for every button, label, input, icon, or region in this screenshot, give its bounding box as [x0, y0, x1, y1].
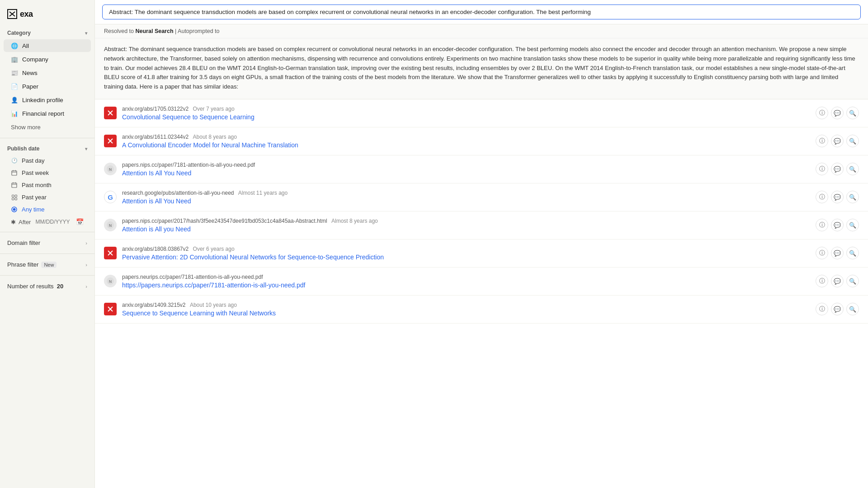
domain-filter-chevron: ›: [85, 240, 87, 246]
result-title[interactable]: A Convolutional Encoder Model for Neural…: [122, 141, 810, 149]
nav-linkedin[interactable]: 👤 Linkedin profile: [4, 94, 91, 106]
results-list: arxiv.org/abs/1705.03122v2 Over 7 years …: [95, 99, 868, 324]
svg-text:N: N: [109, 167, 112, 172]
asterisk-icon: ✱: [11, 219, 16, 225]
result-meta: arxiv.org/abs/1409.3215v2 About 10 years…: [122, 302, 810, 308]
publish-date-header[interactable]: Publish date ▾: [0, 142, 94, 155]
search-button[interactable]: 🔍: [846, 163, 859, 175]
result-item[interactable]: arxiv.org/abs/1808.03867v2 Over 6 years …: [95, 239, 868, 267]
comment-button[interactable]: 💬: [831, 163, 844, 175]
result-title[interactable]: Pervasive Attention: 2D Convolutional Ne…: [122, 253, 810, 261]
result-item[interactable]: arxiv.org/abs/1705.03122v2 Over 7 years …: [95, 99, 868, 127]
num-results-row[interactable]: Number of results 20 ›: [0, 279, 94, 293]
category-section-header[interactable]: Category ▾: [0, 26, 94, 39]
comment-button[interactable]: 💬: [831, 107, 844, 119]
result-item[interactable]: arxiv.org/abs/1409.3215v2 About 10 years…: [95, 296, 868, 324]
result-item[interactable]: N papers.neurips.cc/paper/7181-attention…: [95, 267, 868, 296]
search-input[interactable]: [102, 5, 861, 19]
result-item[interactable]: arxiv.org/abs/1611.02344v2 About 8 years…: [95, 127, 868, 155]
search-button[interactable]: 🔍: [846, 191, 859, 203]
nav-all[interactable]: 🌐 All: [4, 39, 91, 52]
result-title[interactable]: Attention is All you Need: [122, 225, 810, 233]
info-button[interactable]: ⓘ: [816, 191, 828, 203]
info-button[interactable]: ⓘ: [816, 107, 828, 119]
comment-button[interactable]: 💬: [831, 219, 844, 231]
result-actions: ⓘ 💬 🔍: [816, 275, 859, 287]
filter-past-day[interactable]: 🕐 Past day: [4, 155, 91, 166]
nav-company[interactable]: 🏢 Company: [4, 53, 91, 66]
info-button[interactable]: ⓘ: [816, 247, 828, 259]
result-favicon: N: [104, 163, 117, 175]
comment-button[interactable]: 💬: [831, 275, 844, 287]
result-item[interactable]: N papers.nips.cc/paper/7181-attention-is…: [95, 155, 868, 183]
show-more-button[interactable]: Show more: [4, 121, 91, 133]
logo[interactable]: exa: [0, 5, 94, 26]
grid-icon: [11, 194, 18, 201]
svg-rect-6: [12, 183, 17, 188]
result-title[interactable]: Convolutional Sequence to Sequence Learn…: [122, 113, 810, 121]
filter-past-week[interactable]: Past week: [4, 167, 91, 178]
info-button[interactable]: ⓘ: [816, 275, 828, 287]
result-meta: arxiv.org/abs/1611.02344v2 About 8 years…: [122, 134, 810, 140]
filter-past-year[interactable]: Past year: [4, 192, 91, 203]
result-meta: papers.nips.cc/paper/7181-attention-is-a…: [122, 162, 810, 168]
domain-filter-row[interactable]: Domain filter ›: [0, 236, 94, 250]
after-date-input[interactable]: [35, 219, 71, 225]
result-body: arxiv.org/abs/1611.02344v2 About 8 years…: [122, 134, 810, 149]
globe-icon: 🌐: [11, 42, 18, 49]
comment-button[interactable]: 💬: [831, 135, 844, 147]
past-week-label: Past week: [22, 169, 49, 176]
content-area: Resolved to Neural Search | Autoprompted…: [95, 24, 868, 488]
result-meta: papers.nips.cc/paper/2017/hash/3f5ee2435…: [122, 218, 810, 224]
after-label: After: [19, 219, 31, 225]
calendar-picker-icon[interactable]: 📅: [76, 218, 84, 225]
result-meta: arxiv.org/abs/1808.03867v2 Over 6 years …: [122, 246, 810, 252]
result-title[interactable]: Attention is All You Need: [122, 197, 810, 205]
chart-icon: 📊: [11, 110, 18, 117]
result-title[interactable]: https://papers.neurips.cc/paper/7181-att…: [122, 282, 810, 289]
comment-button[interactable]: 💬: [831, 247, 844, 259]
nav-paper[interactable]: 📄 Paper: [4, 80, 91, 93]
search-button[interactable]: 🔍: [846, 135, 859, 147]
search-button[interactable]: 🔍: [846, 219, 859, 231]
info-button[interactable]: ⓘ: [816, 135, 828, 147]
publish-date-label: Publish date: [7, 145, 39, 152]
category-chevron: ▾: [85, 31, 87, 36]
search-button[interactable]: 🔍: [846, 303, 859, 315]
result-actions: ⓘ 💬 🔍: [816, 107, 859, 119]
phrase-filter-left: Phrase filter New: [7, 261, 57, 268]
info-button[interactable]: ⓘ: [816, 303, 828, 315]
result-item[interactable]: N papers.nips.cc/paper/2017/hash/3f5ee24…: [95, 211, 868, 239]
phrase-filter-chevron: ›: [85, 262, 87, 267]
calendar-small-icon: [11, 169, 18, 176]
comment-button[interactable]: 💬: [831, 303, 844, 315]
news-icon: 📰: [11, 69, 18, 76]
circle-icon: [11, 206, 18, 213]
nav-all-label: All: [22, 42, 29, 49]
nav-news[interactable]: 📰 News: [4, 66, 91, 79]
info-button[interactable]: ⓘ: [816, 163, 828, 175]
filter-past-month[interactable]: Past month: [4, 179, 91, 191]
search-button[interactable]: 🔍: [846, 247, 859, 259]
phrase-filter-row[interactable]: Phrase filter New ›: [0, 258, 94, 272]
result-actions: ⓘ 💬 🔍: [816, 163, 859, 175]
nav-financial[interactable]: 📊 Financial report: [4, 107, 91, 120]
search-button[interactable]: 🔍: [846, 275, 859, 287]
result-title[interactable]: Attention Is All You Need: [122, 169, 810, 177]
result-body: arxiv.org/abs/1808.03867v2 Over 6 years …: [122, 246, 810, 261]
result-actions: ⓘ 💬 🔍: [816, 303, 859, 315]
result-body: papers.neurips.cc/paper/7181-attention-i…: [122, 274, 810, 289]
result-favicon: [104, 303, 117, 315]
nav-news-label: News: [22, 70, 38, 76]
result-item[interactable]: G research.google/pubs/attention-is-all-…: [95, 183, 868, 211]
search-button[interactable]: 🔍: [846, 107, 859, 119]
result-actions: ⓘ 💬 🔍: [816, 191, 859, 203]
result-title[interactable]: Sequence to Sequence Learning with Neura…: [122, 310, 810, 317]
abstract-text: Abstract: The dominant sequence transduc…: [104, 46, 855, 90]
svg-rect-10: [12, 195, 14, 197]
resolved-type: Neural Search: [136, 28, 174, 34]
filter-after[interactable]: ✱ After 📅: [4, 216, 91, 228]
filter-any-time[interactable]: Any time: [4, 204, 91, 215]
comment-button[interactable]: 💬: [831, 191, 844, 203]
info-button[interactable]: ⓘ: [816, 219, 828, 231]
